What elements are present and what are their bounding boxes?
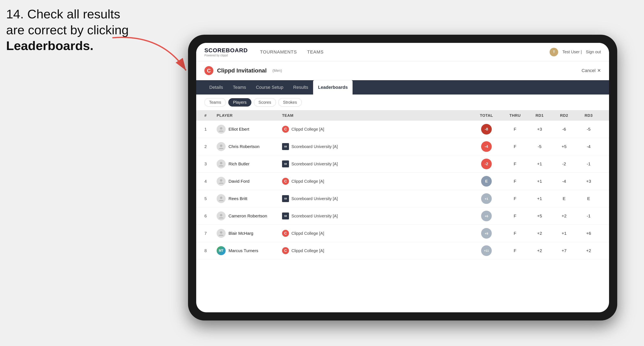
rank-4: 4 (204, 179, 217, 184)
avatar-1 (217, 125, 226, 134)
signout-link[interactable]: Sign out (586, 50, 601, 54)
col-rd1: RD1 (527, 113, 552, 118)
rd2-4: -4 (552, 179, 576, 184)
col-total: TOTAL (470, 113, 503, 118)
rd1-4: +1 (527, 179, 552, 184)
tournament-badge: (Men) (272, 69, 282, 73)
player-4: David Ford (217, 177, 282, 186)
avatar-3 (217, 160, 226, 169)
team-7: C Clippd College [A] (282, 230, 470, 237)
tab-details[interactable]: Details (204, 80, 228, 95)
table-row: 8 MT Marcus Turners C Clippd College [A]… (196, 242, 609, 259)
filter-teams[interactable]: Teams (204, 98, 226, 107)
logo-area: SCOREBOARD Powered by clippd (204, 47, 248, 57)
player-5: Rees Britt (217, 194, 282, 203)
svg-point-6 (220, 214, 222, 216)
team-logo-4: C (282, 178, 289, 185)
team-1: C Clippd College [A] (282, 126, 470, 133)
filter-scores[interactable]: Scores (254, 98, 276, 107)
team-logo-6: SB (282, 212, 289, 219)
col-player: PLAYER (217, 113, 282, 118)
tournament-title-area: C Clippd Invitational (Men) (204, 66, 282, 75)
team-6: SB Scoreboard University [A] (282, 212, 470, 219)
tab-teams[interactable]: Teams (228, 80, 251, 95)
rd2-3: -2 (552, 162, 576, 166)
rd1-1: +3 (527, 127, 552, 132)
score-6: +6 (481, 211, 492, 221)
score-8: +11 (481, 245, 492, 256)
rd1-3: +1 (527, 162, 552, 166)
svg-point-3 (220, 162, 222, 164)
player-6: Cameron Robertson (217, 211, 282, 220)
rd2-1: -6 (552, 127, 576, 132)
team-logo-2: SB (282, 143, 289, 150)
avatar-7 (217, 229, 226, 238)
svg-point-5 (220, 196, 222, 199)
instruction-text: 14. Check all results are correct by cli… (6, 6, 129, 54)
player-8: MT Marcus Turners (217, 246, 282, 255)
team-logo-7: C (282, 230, 289, 237)
rd3-7: +6 (576, 231, 601, 236)
tournament-logo: C (204, 66, 213, 75)
rank-3: 3 (204, 162, 217, 166)
logo-sub: Powered by clippd (204, 54, 248, 57)
score-2: -4 (481, 141, 492, 152)
score-4: E (481, 176, 492, 186)
player-3: Rich Butler (217, 160, 282, 169)
thru-1: F (503, 127, 527, 132)
rd1-5: +1 (527, 196, 552, 201)
nav-tournaments[interactable]: TOURNAMENTS (260, 48, 297, 56)
team-logo-3: SB (282, 161, 289, 168)
rd3-3: -1 (576, 162, 601, 166)
table-row: 6 Cameron Robertson SB Scoreboard Univer… (196, 207, 609, 225)
avatar-2 (217, 142, 226, 151)
table-row: 1 Elliot Ebert C Clippd College [A] -8 F… (196, 121, 609, 138)
rank-2: 2 (204, 144, 217, 149)
rank-8: 8 (204, 248, 217, 253)
filter-players[interactable]: Players (228, 98, 252, 107)
table-row: 4 David Ford C Clippd College [A] E F +1… (196, 173, 609, 190)
team-8: C Clippd College [A] (282, 247, 470, 254)
thru-3: F (503, 162, 527, 166)
thru-5: F (503, 196, 527, 201)
nav-teams[interactable]: TEAMS (307, 48, 324, 56)
team-logo-8: C (282, 247, 289, 254)
tournament-name: Clippd Invitational (217, 67, 267, 74)
tab-leaderboards[interactable]: Leaderboards (313, 80, 353, 95)
thru-4: F (503, 179, 527, 184)
rank-1: 1 (204, 127, 217, 132)
rd3-1: -5 (576, 127, 601, 132)
team-3: SB Scoreboard University [A] (282, 161, 470, 168)
score-7: +9 (481, 228, 492, 239)
rd2-5: E (552, 196, 576, 201)
svg-point-7 (220, 231, 222, 234)
rd1-7: +2 (527, 231, 552, 236)
col-team: TEAM (282, 113, 470, 118)
thru-7: F (503, 231, 527, 236)
rd1-6: +5 (527, 213, 552, 218)
rd3-6: -1 (576, 213, 601, 218)
team-logo-1: C (282, 126, 289, 133)
svg-point-1 (220, 127, 222, 130)
rank-5: 5 (204, 196, 217, 201)
instruction-bold: Leaderboards. (6, 39, 94, 53)
leaderboard-table: # PLAYER TEAM TOTAL THRU RD1 RD2 RD3 1 E… (196, 110, 609, 312)
rd2-8: +7 (552, 248, 576, 253)
filter-strokes[interactable]: Strokes (278, 98, 302, 107)
col-rd3: RD3 (576, 113, 601, 118)
score-5: +1 (481, 193, 492, 204)
table-row: 3 Rich Butler SB Scoreboard University [… (196, 155, 609, 173)
tablet-screen: SCOREBOARD Powered by clippd TOURNAMENTS… (196, 43, 609, 312)
tablet-frame: SCOREBOARD Powered by clippd TOURNAMENTS… (188, 35, 617, 321)
tab-course-setup[interactable]: Course Setup (251, 80, 288, 95)
rank-6: 6 (204, 213, 217, 218)
table-header: # PLAYER TEAM TOTAL THRU RD1 RD2 RD3 (196, 110, 609, 121)
logo-text: SCOREBOARD (204, 47, 248, 54)
user-label: Test User | (562, 50, 582, 54)
user-avatar: T (550, 48, 558, 56)
player-7: Blair McHarg (217, 229, 282, 238)
player-2: Chris Robertson (217, 142, 282, 151)
thru-6: F (503, 213, 527, 218)
tab-results[interactable]: Results (288, 80, 313, 95)
cancel-button[interactable]: Cancel ✕ (582, 68, 601, 73)
